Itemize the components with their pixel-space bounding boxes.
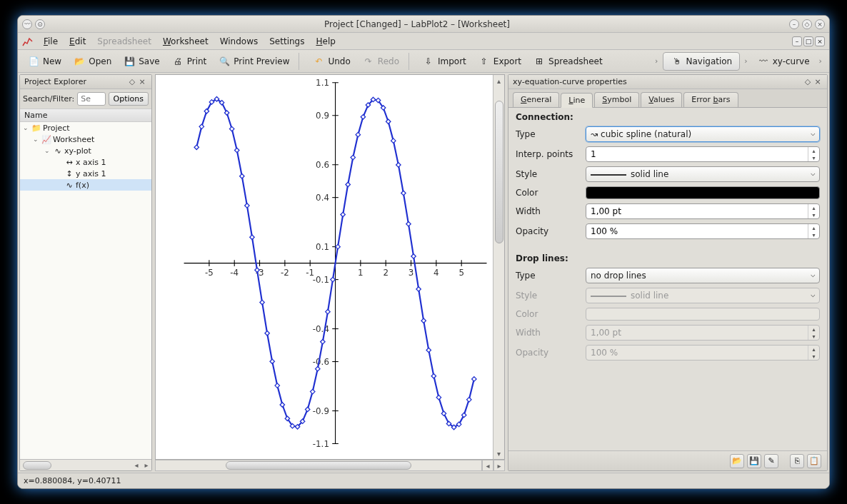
interp-label: Interp. points xyxy=(516,149,580,159)
tab-symbol[interactable]: Symbol xyxy=(594,92,639,107)
tab-values[interactable]: Values xyxy=(641,92,682,107)
tree-item-fx[interactable]: ∿f(x) xyxy=(20,179,151,191)
svg-text:0.4: 0.4 xyxy=(316,193,329,203)
minimize-icon[interactable]: – xyxy=(789,19,799,29)
plot-hscrollbar[interactable] xyxy=(155,460,482,471)
plot-icon: ∿ xyxy=(53,146,63,156)
curve-icon: 〰 xyxy=(757,55,770,68)
chart-svg: -5-4-3-2-112345-1.1-0.9-0.6-0.4-0.10.10.… xyxy=(156,75,504,459)
options-button[interactable]: Options xyxy=(109,92,149,106)
type-label: Type xyxy=(516,129,580,139)
svg-text:-1.1: -1.1 xyxy=(313,439,329,449)
save-button[interactable]: 💾Save xyxy=(118,52,164,71)
search-input[interactable] xyxy=(77,92,105,106)
menu-help[interactable]: Help xyxy=(311,35,339,48)
explorer-hscrollbar[interactable]: ◂▸ xyxy=(20,459,151,470)
axis-icon: ↔ xyxy=(64,157,74,167)
open-icon: 📂 xyxy=(73,55,86,68)
app-menu-icon[interactable]: 〰 xyxy=(22,19,32,29)
menubar: File Edit Spreadsheet Worksheet Windows … xyxy=(18,33,829,50)
tree-item-yaxis[interactable]: ↕y axis 1 xyxy=(20,168,151,179)
import-button[interactable]: ⇩Import xyxy=(417,52,471,71)
print-button[interactable]: 🖨Print xyxy=(166,52,212,71)
chevron-right-icon[interactable]: › xyxy=(816,56,825,66)
mdi-minimize-icon[interactable]: – xyxy=(792,36,802,46)
axis-icon: ↕ xyxy=(64,168,74,178)
svg-text:-2: -2 xyxy=(281,268,289,278)
plot-canvas[interactable]: -5-4-3-2-112345-1.1-0.9-0.6-0.4-0.10.10.… xyxy=(155,74,505,460)
project-explorer-panel: Project Explorer ◇ × Search/Filter: Opti… xyxy=(19,74,152,471)
close-icon[interactable]: × xyxy=(815,19,825,29)
connection-width-input[interactable]: ▴▾ xyxy=(586,203,820,219)
pin-icon[interactable]: ⊙ xyxy=(35,19,45,29)
folder-open-button[interactable]: 📂 xyxy=(730,454,744,468)
scroll-left-icon[interactable]: ◂ xyxy=(482,460,493,471)
tab-general[interactable]: General xyxy=(513,92,559,107)
copy-button[interactable]: ⎘ xyxy=(790,454,804,468)
open-button[interactable]: 📂Open xyxy=(68,52,116,71)
titlebar[interactable]: 〰 ⊙ Project [Changed] – LabPlot2 – [Work… xyxy=(18,16,829,33)
toolbar: 📄New 📂Open 💾Save 🖨Print 🔍Print Preview ↶… xyxy=(18,50,829,73)
svg-text:-0.6: -0.6 xyxy=(313,357,329,367)
chevron-right-icon[interactable]: › xyxy=(652,56,661,66)
svg-text:0.6: 0.6 xyxy=(316,160,329,170)
chevron-right-icon[interactable]: › xyxy=(741,56,750,66)
properties-title: xy-equation-curve properties xyxy=(513,77,627,86)
property-tabs: General Line Symbol Values Error bars xyxy=(508,89,827,108)
svg-text:2: 2 xyxy=(383,268,389,278)
mdi-close-icon[interactable]: × xyxy=(815,36,825,46)
project-tree[interactable]: ⌄📁Project ⌄📈Worksheet ⌄∿xy-plot ↔x axis … xyxy=(20,122,151,459)
droplines-type-select[interactable]: no drop lines xyxy=(586,268,820,283)
drop-type-label: Type xyxy=(516,271,580,281)
interp-points-input[interactable]: ▴▾ xyxy=(586,146,820,162)
menu-worksheet[interactable]: Worksheet xyxy=(159,35,213,48)
color-label: Color xyxy=(516,188,580,198)
menu-file[interactable]: File xyxy=(39,35,62,48)
svg-text:5: 5 xyxy=(458,268,464,278)
navigation-button[interactable]: 🖱Navigation xyxy=(663,52,741,71)
redo-button: ↷Redo xyxy=(357,52,404,71)
tree-item-project[interactable]: ⌄📁Project xyxy=(20,122,151,133)
connection-color-picker[interactable] xyxy=(586,186,820,199)
svg-text:-0.1: -0.1 xyxy=(313,275,329,285)
properties-panel: xy-equation-curve properties ◇ × General… xyxy=(508,74,828,471)
drop-style-label: Style xyxy=(516,291,580,301)
menu-settings[interactable]: Settings xyxy=(265,35,309,48)
print-preview-button[interactable]: 🔍Print Preview xyxy=(213,52,294,71)
tab-errorbars[interactable]: Error bars xyxy=(683,92,738,107)
xycurve-button[interactable]: 〰xy-curve xyxy=(752,52,815,71)
maximize-icon[interactable]: ◇ xyxy=(802,19,812,29)
tree-item-xyplot[interactable]: ⌄∿xy-plot xyxy=(20,145,151,156)
plot-vscrollbar[interactable]: ▴▾ xyxy=(493,75,504,459)
panel-float-icon[interactable]: ◇ xyxy=(803,77,813,87)
function-icon: ∿ xyxy=(64,180,74,190)
undo-button[interactable]: ↶Undo xyxy=(307,52,355,71)
menu-edit[interactable]: Edit xyxy=(65,35,90,48)
connection-style-select[interactable]: solid line xyxy=(586,166,820,182)
mdi-maximize-icon[interactable]: □ xyxy=(803,36,813,46)
tab-line[interactable]: Line xyxy=(561,93,593,108)
tree-item-xaxis[interactable]: ↔x axis 1 xyxy=(20,156,151,168)
tree-header-name[interactable]: Name xyxy=(20,109,151,122)
spreadsheet-button[interactable]: ⊞Spreadsheet xyxy=(528,52,608,71)
edit-button[interactable]: ✎ xyxy=(764,454,778,468)
scroll-right-icon[interactable]: ▸ xyxy=(493,460,505,471)
paste-button[interactable]: 📋 xyxy=(807,454,821,468)
droplines-heading: Drop lines: xyxy=(516,253,820,263)
panel-close-icon[interactable]: × xyxy=(813,77,823,87)
tree-item-worksheet[interactable]: ⌄📈Worksheet xyxy=(20,133,151,145)
droplines-opacity-input: ▴▾ xyxy=(586,345,820,361)
export-icon: ⇧ xyxy=(478,55,491,68)
svg-text:-4: -4 xyxy=(230,268,239,278)
connection-type-select[interactable]: ↝cubic spline (natural) xyxy=(586,126,820,142)
new-button[interactable]: 📄New xyxy=(22,52,66,71)
worksheet-viewport: -5-4-3-2-112345-1.1-0.9-0.6-0.4-0.10.10.… xyxy=(155,74,505,471)
export-button[interactable]: ⇧Export xyxy=(473,52,526,71)
panel-close-icon[interactable]: × xyxy=(137,77,147,87)
panel-float-icon[interactable]: ◇ xyxy=(127,77,137,87)
connection-heading: Connection: xyxy=(516,112,820,122)
menu-windows[interactable]: Windows xyxy=(216,35,263,48)
connection-opacity-input[interactable]: ▴▾ xyxy=(586,223,820,239)
save-template-button[interactable]: 💾 xyxy=(747,454,761,468)
drop-color-label: Color xyxy=(516,309,580,319)
